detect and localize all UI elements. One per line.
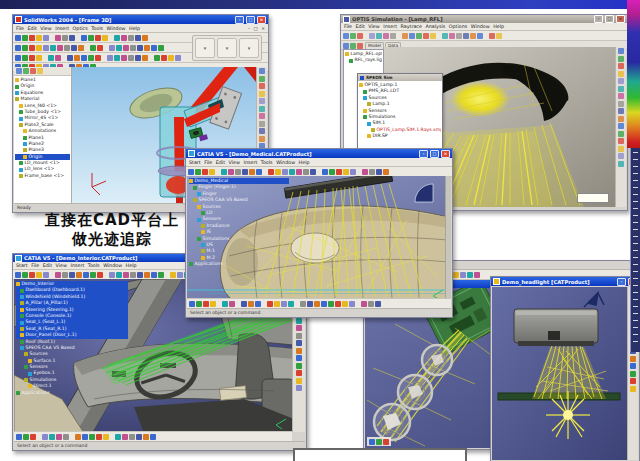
interior-title: CATIA V5 - [Demo_Interior.CATProduct]: [24, 255, 137, 261]
command-button[interactable]: ▾: [195, 38, 215, 58]
close-button[interactable]: ×: [257, 16, 266, 24]
status-text: Ready: [17, 205, 31, 210]
dialog-icon: [360, 76, 364, 80]
optis-toolbar[interactable]: [341, 31, 627, 41]
maximize-button[interactable]: □: [605, 15, 614, 23]
lightguide-view-toolbar[interactable]: [367, 437, 391, 446]
rainbow-colorbar: [627, 0, 640, 148]
app-icon: [15, 16, 22, 23]
bottom-text-box: [293, 448, 467, 461]
minimize-button[interactable]: –: [235, 16, 244, 24]
medical-menu-items[interactable]: Start File Edit View Insert Tools Window…: [189, 160, 310, 165]
headlight-titlebar[interactable]: Demo_headlight [CATProduct] – ×: [491, 277, 639, 286]
viewport-mini-popup: [577, 193, 609, 203]
slide: Demo_LightGuide – □ ×: [0, 0, 640, 461]
optis-menu-items[interactable]: File Edit View Insert Raytrace Analysis …: [344, 24, 504, 29]
close-button[interactable]: ×: [441, 150, 450, 158]
solidworks-feature-tree[interactable]: Plane1 Origin Equations Material Lens_f4…: [14, 76, 71, 180]
caption-line-2: 做光迹追踪: [22, 230, 202, 249]
app-icon: [188, 150, 195, 157]
document-icon: [493, 278, 500, 285]
window-catia-medical[interactable]: CATIA V5 - [Demo_Medical.CATProduct] – □…: [185, 148, 453, 318]
app-icon: [343, 16, 350, 23]
mdi-window-buttons[interactable]: – □ ×: [248, 26, 265, 31]
solidworks-titlebar[interactable]: SolidWorks 2004 - [Frame 3D] – □ ×: [13, 15, 268, 24]
speos-sim-dialog[interactable]: SPEOS Sim OPTIS_Lamp.1 PMS_RFL.LDT Sourc…: [357, 73, 443, 157]
headlight-viewport[interactable]: [492, 287, 627, 460]
optis-right-toolbar[interactable]: [615, 47, 626, 207]
tab-model[interactable]: Model: [365, 42, 384, 49]
headlight-title: Demo_headlight [CATProduct]: [502, 279, 590, 285]
maximize-button[interactable]: □: [246, 16, 255, 24]
status-text: Select an object or a command: [17, 443, 87, 448]
close-button[interactable]: ×: [616, 15, 625, 23]
optis-menubar[interactable]: File Edit View Insert Raytrace Analysis …: [341, 23, 627, 31]
minimize-button[interactable]: –: [594, 15, 603, 23]
speos-dialog-tree[interactable]: OPTIS_Lamp.1 PMS_RFL.LDT Sources Lamp.1 …: [358, 81, 442, 141]
interior-menu-items[interactable]: Start File Edit View Insert Tools Window…: [16, 263, 137, 268]
speos-dialog-titlebar[interactable]: SPEOS Sim: [358, 74, 442, 81]
solidworks-command-panel[interactable]: ▾ ▾ ▾: [192, 35, 262, 61]
minimize-button[interactable]: –: [419, 150, 428, 158]
window-catia-headlight[interactable]: Demo_headlight [CATProduct] – ×: [490, 276, 640, 461]
solidworks-menu-items[interactable]: File Edit View Insert Optics Tools Windo…: [16, 26, 140, 31]
headlight-raytrace-model: [492, 287, 627, 460]
command-button[interactable]: ▾: [239, 38, 259, 58]
solidworks-menubar[interactable]: File Edit View Insert Optics Tools Windo…: [13, 24, 268, 33]
medical-menubar[interactable]: Start File Edit View Insert Tools Window…: [186, 158, 452, 167]
maximize-button[interactable]: □: [430, 150, 439, 158]
minimize-button[interactable]: –: [617, 278, 626, 286]
medical-title: CATIA V5 - [Demo_Medical.CATProduct]: [197, 151, 312, 157]
solidworks-title: SolidWorks 2004 - [Frame 3D]: [24, 17, 111, 23]
medical-scrollbar[interactable]: [445, 176, 451, 299]
app-icon: [15, 255, 22, 262]
medical-titlebar[interactable]: CATIA V5 - [Demo_Medical.CATProduct] – □…: [186, 149, 452, 158]
speos-dialog-title: SPEOS Sim: [366, 75, 392, 80]
slide-caption: 直接在CAD平台上 做光迹追踪: [22, 211, 202, 249]
solidworks-feature-tree-panel[interactable]: Plane1 Origin Equations Material Lens_f4…: [14, 67, 72, 204]
colorbar-legend-strip: [630, 148, 640, 352]
optis-title: OPTIS Simulation - [Lamp_RFL]: [352, 16, 443, 22]
optis-titlebar[interactable]: OPTIS Simulation - [Lamp_RFL] – □ ×: [341, 15, 627, 23]
slide-top-gradient-bar: [0, 0, 627, 9]
caption-line-1: 直接在CAD平台上: [22, 211, 202, 230]
status-text: Select an object or a command: [190, 310, 260, 315]
medical-spec-tree[interactable]: Demo_Medical Finger (Finger.1) Finger SP…: [189, 178, 289, 267]
interior-spec-tree[interactable]: Demo_Interior Dashboard (Dashboard.1) Wi…: [16, 281, 128, 396]
interior-statusbar: Select an object or a command: [14, 441, 305, 449]
command-button[interactable]: ▾: [217, 38, 237, 58]
medical-statusbar: Select an object or a command: [187, 308, 451, 316]
